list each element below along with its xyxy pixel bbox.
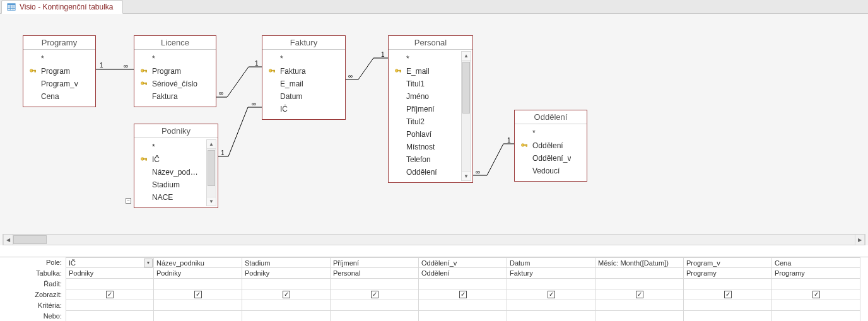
field-row[interactable]: Název_podniku: [134, 166, 205, 178]
grid-cell[interactable]: [772, 279, 860, 289]
table-programy[interactable]: Programy *ProgramProgram_vCena: [23, 35, 96, 107]
vertical-scrollbar[interactable]: ▲ ▼: [206, 139, 216, 206]
field-row[interactable]: Cena: [23, 90, 95, 103]
field-row[interactable]: Faktura: [262, 65, 345, 78]
scrollbar-thumb[interactable]: [208, 150, 215, 186]
field-row[interactable]: *: [389, 52, 460, 65]
hscroll-track[interactable]: [13, 235, 855, 245]
field-row[interactable]: Titul1: [389, 78, 460, 90]
table-faktury[interactable]: Faktury *FakturaE_mailDatumIČ: [262, 35, 346, 120]
table-podniky[interactable]: Podniky *IČNázev_podnikuStadiumNACE ▲ ▼ …: [134, 124, 218, 208]
scroll-right-arrow-icon[interactable]: ▶: [855, 235, 865, 245]
grid-cell[interactable]: [66, 300, 154, 311]
show-checkbox[interactable]: ✓: [283, 291, 290, 298]
table-licence[interactable]: Licence *ProgramSériové_čísloFaktura: [134, 35, 216, 107]
grid-cell[interactable]: [419, 300, 507, 311]
grid-cell[interactable]: [154, 279, 242, 289]
grid-cell[interactable]: [242, 279, 331, 289]
field-row[interactable]: E_mail: [389, 65, 460, 78]
grid-cell[interactable]: ✓: [242, 289, 331, 300]
field-row[interactable]: *: [515, 127, 587, 139]
grid-cell[interactable]: Měsíc: Month([Datum]): [595, 257, 684, 268]
field-row[interactable]: Program_v: [23, 78, 95, 90]
scroll-left-arrow-icon[interactable]: ◀: [3, 235, 13, 245]
horizontal-scrollbar[interactable]: ◀ ▶: [3, 234, 865, 245]
field-row[interactable]: Místnost: [389, 141, 460, 153]
show-checkbox[interactable]: ✓: [459, 291, 467, 298]
grid-cell[interactable]: ✓: [507, 289, 595, 300]
grid-cell[interactable]: ✓: [419, 289, 507, 300]
grid-cell[interactable]: Oddělení: [419, 268, 507, 279]
grid-cell[interactable]: IČ▼: [66, 257, 154, 268]
field-row[interactable]: IČ: [134, 153, 205, 166]
grid-cell[interactable]: Název_podniku: [154, 257, 242, 268]
field-row[interactable]: Oddělení_v: [515, 152, 587, 165]
scroll-up-arrow-icon[interactable]: ▲: [462, 52, 471, 61]
scrollbar-thumb[interactable]: [462, 62, 470, 114]
grid-cell[interactable]: Cena: [772, 257, 860, 268]
scroll-down-arrow-icon[interactable]: ▼: [207, 197, 216, 206]
grid-cell[interactable]: [772, 311, 860, 321]
grid-cell[interactable]: ✓: [684, 289, 772, 300]
field-row[interactable]: IČ: [262, 103, 345, 115]
field-row[interactable]: Sériové_číslo: [134, 78, 216, 90]
field-row[interactable]: Faktura: [134, 90, 216, 103]
table-oddeleni[interactable]: Oddělení *OdděleníOddělení_vVedoucí: [514, 110, 587, 182]
field-row[interactable]: Stadium: [134, 178, 205, 191]
grid-cell[interactable]: [684, 279, 772, 289]
grid-cell[interactable]: [684, 311, 772, 321]
grid-cell[interactable]: Podniky: [66, 268, 154, 279]
grid-cell[interactable]: [154, 300, 242, 311]
field-row[interactable]: Titul2: [389, 115, 460, 128]
grid-cell[interactable]: Personal: [331, 268, 419, 279]
grid-cell[interactable]: Stadium: [242, 257, 331, 268]
grid-cell[interactable]: Programy: [772, 268, 860, 279]
grid-cell[interactable]: [154, 311, 242, 321]
grid-cell[interactable]: [507, 300, 595, 311]
grid-cell[interactable]: [595, 311, 684, 321]
grid-cell[interactable]: ✓: [331, 289, 419, 300]
show-checkbox[interactable]: ✓: [106, 291, 114, 298]
show-checkbox[interactable]: ✓: [812, 291, 820, 298]
hscroll-thumb[interactable]: [13, 235, 47, 244]
field-row[interactable]: Telefon: [389, 153, 460, 166]
scroll-up-arrow-icon[interactable]: ▲: [207, 140, 216, 149]
grid-cell[interactable]: [595, 300, 684, 311]
grid-cell[interactable]: [66, 279, 154, 289]
scroll-down-arrow-icon[interactable]: ▼: [462, 172, 471, 180]
expand-toggle[interactable]: −: [126, 198, 131, 204]
grid-cell[interactable]: [331, 279, 419, 289]
field-row[interactable]: Pohlaví: [389, 128, 460, 141]
show-checkbox[interactable]: ✓: [636, 291, 643, 298]
grid-cell[interactable]: [419, 311, 507, 321]
grid-cell[interactable]: Oddělení_v: [419, 257, 507, 268]
table-personal[interactable]: Personal *E_mailTitul1JménoPříjmeníTitul…: [388, 35, 473, 183]
grid-cell[interactable]: ✓: [595, 289, 684, 300]
dropdown-arrow-icon[interactable]: ▼: [144, 259, 153, 267]
grid-cell[interactable]: Faktury: [507, 268, 595, 279]
grid-cell[interactable]: [331, 300, 419, 311]
grid-cell[interactable]: Datum: [507, 257, 595, 268]
grid-cell[interactable]: ✓: [772, 289, 860, 300]
vertical-scrollbar[interactable]: ▲ ▼: [461, 51, 471, 181]
field-row[interactable]: Program: [134, 65, 216, 78]
grid-cell[interactable]: [772, 300, 860, 311]
field-row[interactable]: Jméno: [389, 90, 460, 103]
grid-cell[interactable]: [507, 279, 595, 289]
grid-cell[interactable]: Programy: [684, 268, 772, 279]
grid-cell[interactable]: ✓: [154, 289, 242, 300]
field-row[interactable]: Vedoucí: [515, 165, 587, 177]
grid-cell[interactable]: ✓: [66, 289, 154, 300]
field-row[interactable]: Oddělení: [389, 166, 460, 178]
field-row[interactable]: Oddělení: [515, 139, 587, 152]
grid-cell[interactable]: [595, 268, 684, 279]
grid-cell[interactable]: Podniky: [242, 268, 331, 279]
grid-cell[interactable]: [242, 311, 331, 321]
grid-cell[interactable]: [331, 311, 419, 321]
grid-cell[interactable]: [242, 300, 331, 311]
field-row[interactable]: *: [262, 52, 345, 65]
grid-cell[interactable]: [507, 311, 595, 321]
diagram-canvas[interactable]: 1 ∞ ∞ 1 1 ∞ ∞ 1: [0, 14, 868, 245]
grid-cell[interactable]: Program_v: [684, 257, 772, 268]
field-row[interactable]: *: [23, 52, 95, 65]
